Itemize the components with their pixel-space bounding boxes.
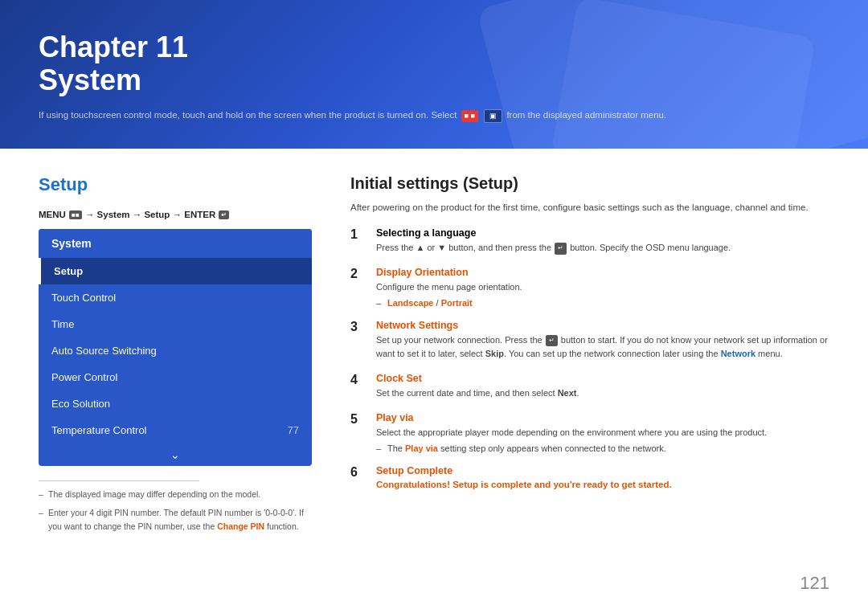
menu-item-temperature[interactable]: Temperature Control 77 (39, 417, 312, 443)
step-5: 5 Play via Select the appropriate player… (350, 412, 829, 456)
main-content: Setup MENU ■■ → System → Setup → ENTER ↵… (0, 149, 868, 558)
step-6-content: Setup Complete Congratulations! Setup is… (376, 465, 829, 489)
notes-divider (39, 480, 199, 481)
system-panel-header: System (39, 229, 312, 258)
menu-item-setup[interactable]: Setup (39, 258, 312, 284)
step-1: 1 Selecting a language Press the ▲ or ▼ … (350, 227, 829, 257)
enter-btn-icon-2: ↵ (546, 335, 558, 346)
menu-item-touch-control[interactable]: Touch Control (39, 284, 312, 311)
play-via-link: Play via (405, 443, 438, 453)
step-5-num: 5 (350, 412, 365, 427)
menu-path: MENU ■■ → System → Setup → ENTER ↵ (39, 210, 312, 219)
right-column: Initial settings (Setup) After powering … (350, 174, 829, 538)
step-6: 6 Setup Complete Congratulations! Setup … (350, 465, 829, 489)
portrait-link: Portrait (441, 298, 473, 308)
system-panel: System Setup Touch Control Time Auto Sou… (39, 229, 312, 466)
menu-item-time[interactable]: Time (39, 311, 312, 337)
network-link: Network (721, 349, 755, 358)
intro-text: After powering on the product for the fi… (350, 201, 829, 215)
step-4-content: Clock Set Set the current date and time,… (376, 373, 829, 403)
chevron-down-icon: ⌄ (39, 443, 312, 466)
menu-item-power-control[interactable]: Power Control (39, 364, 312, 390)
step-2-sub: Landscape / Portrait (376, 296, 829, 310)
step-2-title: Display Orientation (376, 267, 829, 278)
step-2-content: Display Orientation Configure the menu p… (376, 267, 829, 310)
step-6-title: Setup Complete (376, 465, 829, 476)
enter-btn-icon: ↵ (555, 243, 567, 254)
section-title: Setup (39, 174, 312, 195)
step-1-title: Selecting a language (376, 227, 829, 239)
final-message: Congratulations! Setup is complete and y… (376, 480, 829, 489)
step-3: 3 Network Settings Set up your network c… (350, 320, 829, 363)
step-1-num: 1 (350, 227, 365, 242)
step-3-num: 3 (350, 320, 365, 334)
step-4-num: 4 (350, 373, 365, 387)
step-1-desc: Press the ▲ or ▼ button, and then press … (376, 241, 829, 255)
header-subtitle: If using touchscreen control mode, touch… (39, 108, 829, 124)
step-6-num: 6 (350, 465, 365, 480)
menu-item-temperature-num: 77 (288, 424, 299, 436)
step-4-title: Clock Set (376, 373, 829, 384)
red-icon: ■ ■ (461, 110, 478, 123)
menu-item-auto-source[interactable]: Auto Source Switching (39, 337, 312, 364)
note-1: The displayed image may differ depending… (39, 488, 312, 501)
next-text: Next (558, 388, 577, 398)
skip-text: Skip (485, 349, 504, 358)
left-column: Setup MENU ■■ → System → Setup → ENTER ↵… (39, 174, 312, 538)
menu-icon: ■■ (69, 210, 82, 219)
step-1-content: Selecting a language Press the ▲ or ▼ bu… (376, 227, 829, 257)
step-5-sub: The Play via setting step only appears w… (376, 442, 829, 456)
step-5-title: Play via (376, 412, 829, 423)
step-2: 2 Display Orientation Configure the menu… (350, 267, 829, 310)
step-3-title: Network Settings (376, 320, 829, 331)
page-header: Chapter 11 System If using touchscreen c… (0, 0, 868, 149)
step-3-desc: Set up your network connection. Press th… (376, 333, 829, 361)
note-2: Enter your 4 digit PIN number. The defau… (39, 506, 312, 533)
step-4: 4 Clock Set Set the current date and tim… (350, 373, 829, 403)
notes-section: The displayed image may differ depending… (39, 480, 312, 533)
change-pin-link[interactable]: Change PIN (217, 521, 264, 531)
landscape-link: Landscape (387, 298, 433, 308)
step-3-content: Network Settings Set up your network con… (376, 320, 829, 363)
right-section-title: Initial settings (Setup) (350, 174, 829, 193)
enter-icon: ↵ (219, 210, 229, 219)
step-4-desc: Set the current date and time, and then … (376, 386, 829, 400)
step-2-desc: Configure the menu page orientation. (376, 280, 829, 294)
step-5-desc: Select the appropriate player mode depen… (376, 426, 829, 439)
page-number: 121 (800, 573, 829, 594)
blue-icon: ▣ (484, 109, 502, 124)
menu-item-eco-solution[interactable]: Eco Solution (39, 390, 312, 417)
step-5-content: Play via Select the appropriate player m… (376, 412, 829, 456)
chapter-title: Chapter 11 System (39, 31, 829, 97)
menu-item-temperature-label: Temperature Control (51, 424, 147, 436)
step-2-num: 2 (350, 267, 365, 281)
